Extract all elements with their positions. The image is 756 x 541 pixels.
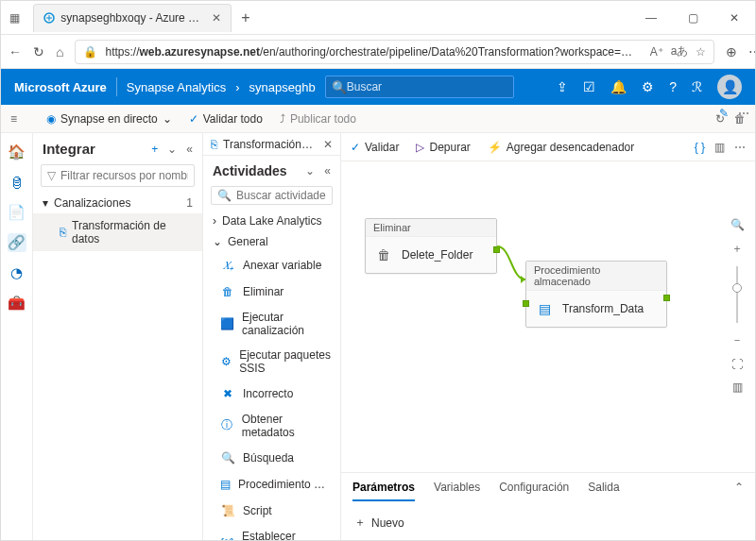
reader-icon[interactable]: A⁺ [650,45,663,59]
activities-search-input[interactable] [236,189,326,202]
activities-group-general[interactable]: ⌄General [203,231,340,252]
add-resource-icon[interactable]: + [151,143,158,156]
close-window-icon[interactable]: ✕ [713,1,755,35]
activity-item[interactable]: ✖Incorrecto [203,380,340,407]
publish-all-button[interactable]: ⤴ Publicar todo [280,112,356,126]
browser-tab-title: synapseghbxoqy - Azure Synaps [60,11,206,25]
validate-all-button[interactable]: ✓ Validar todo [189,112,263,126]
code-icon[interactable]: { } [695,141,705,154]
debug-button[interactable]: ▷Depurar [416,141,470,154]
node-delete[interactable]: Eliminar 🗑 Delete_Folder [365,218,497,274]
hamburger-icon[interactable]: ≡ [10,112,29,126]
guide-icon[interactable]: ℛ [692,79,702,94]
workspace-name[interactable]: synapseghb [249,80,316,94]
activity-item[interactable]: ⚙︎Ejecutar paquetes SSIS [203,343,340,380]
notifications-icon[interactable]: 🔔 [610,79,627,94]
more-icon[interactable]: ⋯ [748,44,756,59]
service-name[interactable]: Synapse Analytics [127,80,227,94]
activity-item[interactable]: {𝑋}Establecer variable [203,524,340,540]
tree-group-pipelines[interactable]: ▾ Canalizaciones 1 [33,193,202,213]
activity-item[interactable]: ▤Procedimiento almacenado [203,471,340,498]
editor-tab-label[interactable]: Transformación de datos [223,138,314,151]
add-trigger-button[interactable]: ⚡Agregar desencadenador [488,141,634,154]
url-field[interactable]: 🔒 https://web.azuresynapse.net/en/author… [75,40,714,64]
input-port[interactable] [523,300,529,307]
filter-box[interactable]: ▽ [41,164,195,187]
output-port[interactable] [663,295,670,301]
settings-icon[interactable]: ⚙ [642,79,654,94]
node-name: Transform_Data [562,302,644,315]
activity-item[interactable]: 🗑Eliminar [203,279,340,305]
feedback-icon[interactable]: ⇪ [557,79,568,94]
favorite-icon[interactable]: ☆ [696,45,706,59]
tab-parameters[interactable]: Parámetros [352,481,415,501]
minimap-icon[interactable]: ▥ [732,380,743,394]
help-icon[interactable]: ? [669,79,677,94]
properties-icon[interactable]: ▥ [714,141,725,154]
maximize-icon[interactable]: ▢ [672,1,713,35]
expand-bottom-icon[interactable]: ⌃ [734,481,744,501]
fit-screen-icon[interactable]: ⛶ [731,358,743,371]
node-name: Delete_Folder [402,248,472,262]
validate-button[interactable]: ✓Validar [351,141,399,154]
search-input[interactable] [347,80,507,93]
output-port[interactable] [493,246,500,253]
nav-manage-icon[interactable]: 🧰 [8,294,26,313]
browser-tab[interactable]: synapseghbxoqy - Azure Synaps ✕ [33,4,232,32]
nav-integrate-icon[interactable]: 🔗 [8,233,26,252]
activity-item[interactable]: ⓘObtener metadatos [203,407,340,445]
minimize-icon[interactable]: — [630,1,672,35]
close-tab-icon[interactable]: ✕ [212,11,221,25]
tasks-icon[interactable]: ☑ [583,79,595,94]
avatar[interactable]: 👤 [717,75,742,99]
canvas-more-icon[interactable]: ⋯ [738,107,749,120]
nav-data-icon[interactable]: 🛢 [8,173,26,192]
canvas[interactable]: Eliminar 🗑 Delete_Folder Procedimiento a… [341,161,755,472]
close-tab-icon[interactable]: ✕ [323,138,333,151]
check-icon: ✓ [351,141,360,154]
zoom-in-icon[interactable]: ＋ [731,241,743,257]
live-icon: ◉ [46,112,56,126]
execute-pipeline-icon: 🟦 [220,316,234,331]
collapse-activities-icon[interactable]: « [324,164,331,178]
edit-icon[interactable]: ✎ [719,107,729,120]
new-tab-button[interactable]: + [232,9,260,26]
home-icon[interactable]: ⌂ [56,44,63,59]
zoom-out-icon[interactable]: － [731,332,743,348]
collections-icon[interactable]: ⊕ [726,44,737,59]
translate-icon[interactable]: aあ [671,43,689,59]
activity-item[interactable]: 📜Script [203,498,340,524]
zoom-slider[interactable] [736,266,738,323]
nav-monitor-icon[interactable]: ◔ [8,263,26,282]
filter-input[interactable] [60,169,188,182]
ssis-icon: ⚙︎ [220,354,232,369]
activity-item[interactable]: 𝑋₊Anexar variable [203,252,340,279]
node-storedproc[interactable]: Procedimiento almacenado ▤ Transform_Dat… [525,261,667,328]
nav-home-icon[interactable]: 🏠 [8,143,26,161]
expand-activities-icon[interactable]: ⌄ [305,164,315,178]
left-nav: 🏠 🛢 📄 🔗 ◔ 🧰 [1,133,33,540]
refresh-icon[interactable]: ↻ [33,44,44,59]
collapse-panel-icon[interactable]: « [186,143,193,156]
nav-develop-icon[interactable]: 📄 [8,203,26,222]
new-parameter-button[interactable]: ＋ Nuevo [354,515,742,531]
activities-group-dla[interactable]: ›Data Lake Analytics [203,211,340,231]
publish-icon: ⤴ [280,112,285,126]
zoom-search-icon[interactable]: 🔍 [730,218,745,231]
play-icon: ▷ [416,141,424,154]
header-search[interactable]: 🔍 [325,76,514,98]
canvas-ellipsis-icon[interactable]: ⋯ [734,141,746,154]
tree-item-pipeline[interactable]: ⎘ Transformación de datos [33,213,202,251]
back-icon[interactable]: ← [9,44,22,59]
live-mode-button[interactable]: ◉ Synapse en directo ⌄ [46,112,172,126]
more-panel-icon[interactable]: ⌄ [167,143,177,156]
tab-settings[interactable]: Configuración [499,481,569,501]
azure-brand[interactable]: Microsoft Azure [14,80,107,94]
activity-item[interactable]: 🔍Búsqueda [203,445,340,471]
slider-thumb[interactable] [732,283,742,293]
activities-search[interactable]: 🔍 [211,186,333,205]
tab-output[interactable]: Salida [588,481,619,501]
tab-overview-icon[interactable]: ▦ [1,11,27,25]
activity-item[interactable]: 🟦Ejecutar canalización [203,305,340,343]
tab-variables[interactable]: Variables [434,481,480,501]
